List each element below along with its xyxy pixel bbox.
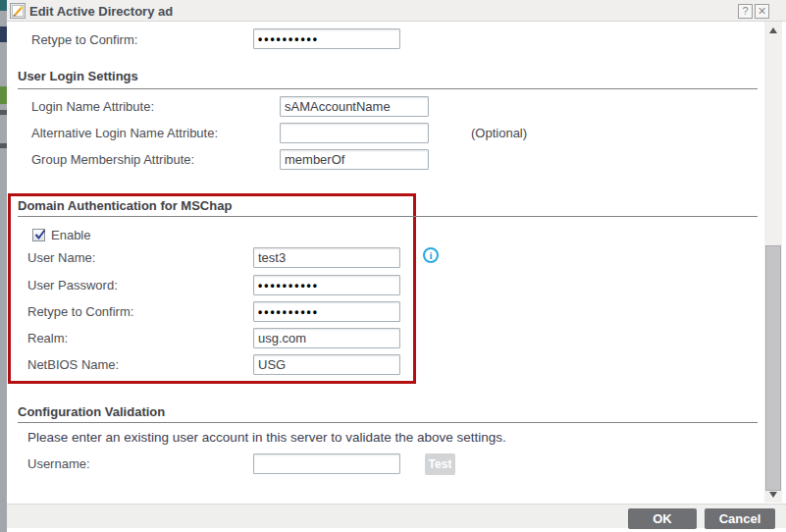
validation-message: Please enter an existing user account in… [27,430,506,445]
background-segment [0,110,7,115]
user-login-settings-header: User Login Settings [18,69,138,83]
user-password-label: User Password: [27,278,118,293]
alt-login-name-attr-label: Alternative Login Name Attribute: [31,126,218,140]
background-segment [0,0,7,11]
group-membership-attr-input[interactable] [280,149,429,170]
checkmark-icon [33,228,47,241]
user-name-input[interactable] [253,247,400,268]
enable-checkbox[interactable] [32,229,45,241]
edit-pencil-icon [10,3,26,19]
scrollbar-thumb[interactable] [765,245,781,491]
login-name-attr-input[interactable] [280,96,429,117]
user-name-label: User Name: [27,250,95,265]
background-segment [0,86,7,104]
background-page-sliver [0,0,7,532]
config-validation-header: Configuration Validation [18,404,165,419]
username-label: Username: [27,456,90,471]
dialog-titlebar: Edit Active Directory ad ? ✕ [7,0,786,22]
alt-login-name-attr-input[interactable] [280,123,429,143]
background-segment [0,27,7,42]
username-input[interactable] [253,453,400,474]
test-button[interactable]: Test [425,453,455,475]
group-membership-attr-label: Group Membership Attribute: [31,152,194,167]
chevron-up-icon [769,27,777,33]
mschap-header: Domain Authentication for MSChap [18,198,232,213]
section-divider [18,216,758,217]
close-icon[interactable]: ✕ [755,4,769,19]
login-name-attr-label: Login Name Attribute: [31,99,154,114]
section-divider [18,422,758,423]
edit-active-directory-dialog: Edit Active Directory ad ? ✕ Retype to C… [7,0,786,532]
retype-confirm-top-label: Retype to Confirm: [31,32,137,47]
realm-input[interactable] [253,328,400,348]
help-button[interactable]: ? [738,4,753,19]
ok-button[interactable]: OK [628,508,697,529]
dialog-footer: OK Cancel [7,504,786,528]
retype-confirm-label: Retype to Confirm: [27,304,133,319]
retype-confirm-input[interactable] [253,301,400,322]
retype-confirm-top-input[interactable] [253,28,400,49]
background-segment [0,143,7,148]
section-divider [18,88,758,89]
optional-note: (Optional) [471,126,527,140]
info-icon[interactable]: i [423,247,439,263]
enable-label: Enable [51,228,90,242]
scroll-down-button[interactable] [764,487,782,503]
user-password-input[interactable] [253,275,400,295]
chevron-down-icon [769,492,777,498]
realm-label: Realm: [27,331,68,346]
dialog-title: Edit Active Directory ad [29,4,173,19]
screen: Edit Active Directory ad ? ✕ Retype to C… [0,0,786,532]
vertical-scrollbar[interactable] [764,22,782,503]
scroll-up-button[interactable] [764,22,782,37]
cancel-button[interactable]: Cancel [705,508,775,529]
netbios-name-label: NetBIOS Name: [27,357,119,372]
netbios-name-input[interactable] [253,354,400,375]
